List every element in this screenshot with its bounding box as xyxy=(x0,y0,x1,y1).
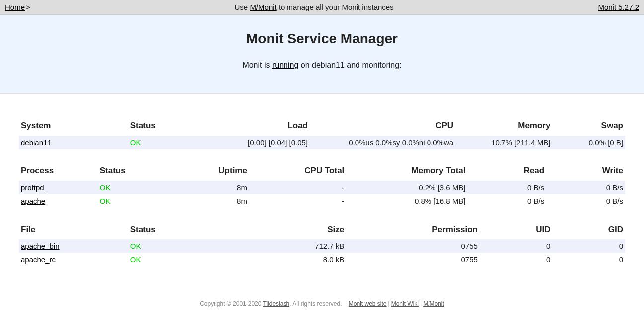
cell-memory: 10.7% [211.4 MB] xyxy=(455,136,552,149)
monit-web-link[interactable]: Monit web site xyxy=(349,300,387,307)
cell-uid: 0 xyxy=(480,239,553,253)
table-row: apache_rc OK 8.0 kB 0755 0 0 xyxy=(19,253,625,266)
file-table: File Status Size Permission UID GID apac… xyxy=(19,222,625,266)
col-cpu: CPU xyxy=(310,118,455,136)
cell-gid: 0 xyxy=(552,239,625,253)
footer: Copyright © 2001-2020 Tildeslash. All ri… xyxy=(0,290,644,318)
cell-cpu: - xyxy=(249,194,346,208)
header: Monit Service Manager Monit is running o… xyxy=(0,15,644,94)
topbar-text-pre: Use xyxy=(235,3,250,11)
copyright-post: . All rights reserved. xyxy=(289,300,342,307)
cell-uptime: 8m xyxy=(170,181,249,194)
col-gid: GID xyxy=(552,222,625,239)
running-link[interactable]: running xyxy=(272,61,298,69)
col-memory-total: Memory Total xyxy=(346,163,467,181)
file-link[interactable]: apache_rc xyxy=(21,255,56,264)
cell-write: 0 B/s xyxy=(546,181,625,194)
cell-size: 8.0 kB xyxy=(237,253,347,266)
col-system: System xyxy=(19,118,128,136)
cell-uptime: 8m xyxy=(170,194,249,208)
topbar: Home > Use M/Monit to manage all your Mo… xyxy=(0,0,644,15)
status-badge: OK xyxy=(98,181,171,194)
subtitle-pre: Monit is xyxy=(242,61,272,69)
col-status: Status xyxy=(128,222,237,239)
cell-write: 0 B/s xyxy=(546,194,625,208)
cell-memory: 0.8% [16.8 MB] xyxy=(346,194,467,208)
col-write: Write xyxy=(546,163,625,181)
col-load: Load xyxy=(201,118,310,136)
cell-size: 712.7 kB xyxy=(237,239,347,253)
process-link[interactable]: proftpd xyxy=(21,183,44,192)
process-table: Process Status Uptime CPU Total Memory T… xyxy=(19,163,625,208)
subtitle-post: on debian11 and monitoring: xyxy=(298,61,401,69)
table-row: proftpd OK 8m - 0.2% [3.6 MB] 0 B/s 0 B/… xyxy=(19,181,625,194)
cell-uid: 0 xyxy=(480,253,553,266)
tildeslash-link[interactable]: Tildeslash xyxy=(263,300,290,307)
table-row: apache OK 8m - 0.8% [16.8 MB] 0 B/s 0 B/… xyxy=(19,194,625,208)
status-badge: OK xyxy=(128,136,201,149)
cell-load: [0.00] [0.04] [0.05] xyxy=(201,136,310,149)
copyright-pre: Copyright © 2001-2020 xyxy=(200,300,263,307)
table-row: debian11 OK [0.00] [0.04] [0.05] 0.0%us … xyxy=(19,136,625,149)
cell-swap: 0.0% [0 B] xyxy=(552,136,625,149)
home-link[interactable]: Home xyxy=(5,3,25,11)
cell-gid: 0 xyxy=(552,253,625,266)
content: System Status Load CPU Memory Swap debia… xyxy=(0,94,644,290)
separator: | xyxy=(419,300,423,307)
col-status: Status xyxy=(98,163,171,181)
col-file: File xyxy=(19,222,128,239)
col-permission: Permission xyxy=(346,222,480,239)
system-table: System Status Load CPU Memory Swap debia… xyxy=(19,118,625,149)
separator: | xyxy=(387,300,391,307)
status-badge: OK xyxy=(98,194,171,208)
col-swap: Swap xyxy=(552,118,625,136)
cell-permission: 0755 xyxy=(346,239,480,253)
status-badge: OK xyxy=(128,239,237,253)
system-link[interactable]: debian11 xyxy=(21,138,52,147)
col-memory: Memory xyxy=(455,118,552,136)
breadcrumb-arrow: > xyxy=(26,3,30,11)
col-read: Read xyxy=(468,163,547,181)
cell-memory: 0.2% [3.6 MB] xyxy=(346,181,467,194)
cell-read: 0 B/s xyxy=(468,194,547,208)
cell-read: 0 B/s xyxy=(468,181,547,194)
cell-cpu: 0.0%us 0.0%sy 0.0%ni 0.0%wa xyxy=(310,136,455,149)
col-status: Status xyxy=(128,118,201,136)
col-uid: UID xyxy=(480,222,553,239)
mmonit-footer-link[interactable]: M/Monit xyxy=(423,300,444,307)
col-process: Process xyxy=(19,163,98,181)
col-cpu-total: CPU Total xyxy=(249,163,346,181)
process-link[interactable]: apache xyxy=(21,197,45,205)
col-uptime: Uptime xyxy=(170,163,249,181)
mmonit-link[interactable]: M/Monit xyxy=(250,3,276,11)
page-title: Monit Service Manager xyxy=(0,31,644,47)
cell-permission: 0755 xyxy=(346,253,480,266)
cell-cpu: - xyxy=(249,181,346,194)
monit-wiki-link[interactable]: Monit Wiki xyxy=(391,300,419,307)
col-size: Size xyxy=(237,222,347,239)
table-row: apache_bin OK 712.7 kB 0755 0 0 xyxy=(19,239,625,253)
version-link[interactable]: Monit 5.27.2 xyxy=(598,3,639,11)
file-link[interactable]: apache_bin xyxy=(21,242,60,250)
status-badge: OK xyxy=(128,253,237,266)
topbar-text-post: to manage all your Monit instances xyxy=(277,3,394,11)
